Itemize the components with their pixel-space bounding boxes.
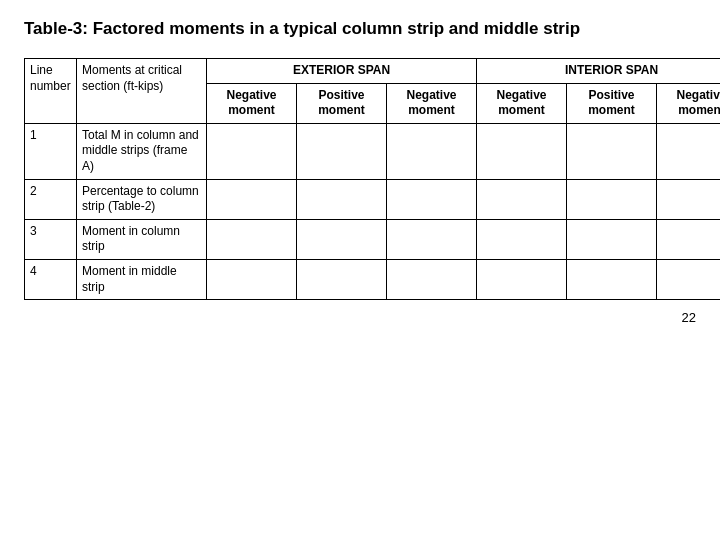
row1-line: 1	[25, 123, 77, 179]
row4-col3	[207, 260, 297, 300]
row1-col5	[387, 123, 477, 179]
int-pos-moment-header: Positive moment	[567, 83, 657, 123]
row3-col7	[567, 219, 657, 259]
ext-neg-moment-header: Negative moment	[207, 83, 297, 123]
ext-neg2-moment-header: Negative moment	[387, 83, 477, 123]
row4-desc: Moment in middle strip	[77, 260, 207, 300]
row3-col8	[657, 219, 720, 259]
row2-col8	[657, 179, 720, 219]
row3-desc: Moment in column strip	[77, 219, 207, 259]
table-row: 1 Total M in column and middle strips (f…	[25, 123, 721, 179]
row3-line: 3	[25, 219, 77, 259]
row4-col4	[297, 260, 387, 300]
row2-col4	[297, 179, 387, 219]
row2-desc: Percentage to column strip (Table-2)	[77, 179, 207, 219]
int-neg2-moment-header: Negative moment	[657, 83, 720, 123]
row4-col6	[477, 260, 567, 300]
row2-col7	[567, 179, 657, 219]
row1-col7	[567, 123, 657, 179]
table-row: 4 Moment in middle strip	[25, 260, 721, 300]
interior-span-header: INTERIOR SPAN	[477, 59, 720, 84]
row4-line: 4	[25, 260, 77, 300]
table-row: 2 Percentage to column strip (Table-2)	[25, 179, 721, 219]
row3-col5	[387, 219, 477, 259]
row2-col6	[477, 179, 567, 219]
row1-col4	[297, 123, 387, 179]
main-table: Line number Moments at critical section …	[24, 58, 720, 300]
row3-col6	[477, 219, 567, 259]
table-row: 3 Moment in column strip	[25, 219, 721, 259]
row1-desc: Total M in column and middle strips (fra…	[77, 123, 207, 179]
corner-cell-moments: Moments at critical section (ft-kips)	[77, 59, 207, 124]
page-number: 22	[24, 310, 696, 325]
page-title: Table-3: Factored moments in a typical c…	[24, 18, 696, 40]
exterior-span-header: EXTERIOR SPAN	[207, 59, 477, 84]
ext-pos-moment-header: Positive moment	[297, 83, 387, 123]
row3-col3	[207, 219, 297, 259]
row2-col5	[387, 179, 477, 219]
row3-col4	[297, 219, 387, 259]
row4-col8	[657, 260, 720, 300]
row2-col3	[207, 179, 297, 219]
row4-col7	[567, 260, 657, 300]
row1-col3	[207, 123, 297, 179]
int-neg-moment-header: Negative moment	[477, 83, 567, 123]
row1-col6	[477, 123, 567, 179]
row2-line: 2	[25, 179, 77, 219]
row1-col8	[657, 123, 720, 179]
row4-col5	[387, 260, 477, 300]
corner-cell-line: Line number	[25, 59, 77, 124]
